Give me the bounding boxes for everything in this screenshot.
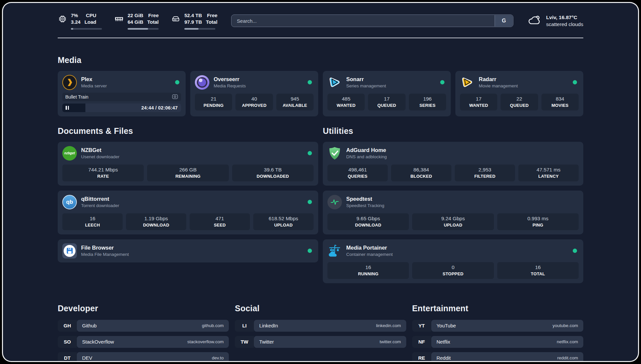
status-indicator xyxy=(573,249,577,253)
qbittorrent-card[interactable]: qb qBittorrent Torrent downloader 16 LEE… xyxy=(58,191,318,234)
bookmark-abbr: SO xyxy=(58,336,77,348)
adguard-icon xyxy=(327,146,342,161)
playback-progress-bar[interactable]: 24:44 / 02:06:47 xyxy=(62,104,181,112)
stat-queries: 498,461 QUERIES xyxy=(327,165,388,181)
plex-card[interactable]: Plex Media server Bullet Train 24:44 / 0… xyxy=(58,71,186,116)
cpu-usage-value: 7% xyxy=(71,12,80,19)
disk-icon xyxy=(171,14,180,23)
qbittorrent-icon: qb xyxy=(62,195,77,209)
status-indicator xyxy=(573,80,577,84)
card-subtitle: Media Requests xyxy=(214,83,246,88)
bookmark-url: dev.to xyxy=(212,355,224,360)
now-playing-row: Bullet Train xyxy=(62,93,181,101)
bookmark-netflix[interactable]: NF Netflix netflix.com xyxy=(412,336,583,348)
stat-rate: 744.21 Mbps RATE xyxy=(62,165,144,181)
stat-upload: 618.52 Mbps UPLOAD xyxy=(253,213,314,230)
utilities-column: Utilities xyxy=(323,126,583,283)
developer-column: Developer GH Github github.com SO StackO… xyxy=(58,304,229,361)
bookmark-url: twitter.com xyxy=(380,339,401,344)
cpu-load-value: 3.24 xyxy=(71,19,80,25)
stat-latency: 47.571 ms LATENCY xyxy=(518,165,579,181)
bookmark-dev[interactable]: DT DEV dev.to xyxy=(58,352,229,361)
bookmark-linkedin[interactable]: LI LinkedIn linkedin.com xyxy=(235,320,406,332)
radarr-card[interactable]: Radarr Movie management 17 WANTED 22 QUE… xyxy=(455,71,583,116)
speedtest-card[interactable]: Speedtest Speedtest Tracking 9.65 Gbps D… xyxy=(323,191,583,234)
bookmark-abbr: GH xyxy=(58,320,77,332)
bookmark-name: YouTube xyxy=(437,323,456,328)
status-indicator xyxy=(308,200,312,204)
disk-total-label: Total xyxy=(206,19,218,25)
bookmark-abbr: DT xyxy=(58,352,77,361)
media-grid: Plex Media server Bullet Train 24:44 / 0… xyxy=(58,71,583,116)
ram-icon xyxy=(114,14,124,23)
ram-progress-fill xyxy=(128,28,148,30)
stat-stopped: 0 STOPPED xyxy=(412,262,494,279)
pause-icon[interactable] xyxy=(66,106,69,110)
radarr-icon xyxy=(460,75,474,90)
stat-filtered: 2,953 FILTERED xyxy=(455,165,515,181)
filebrowser-icon xyxy=(62,244,77,258)
stat-available: 945 AVAILABLE xyxy=(276,94,314,110)
stat-queued: 17 QUEUED xyxy=(368,94,405,110)
weather-location: Lviv, 16.87°C xyxy=(546,14,583,21)
ram-progress-bar xyxy=(128,28,159,30)
documents-column: Documents & Files nzbget NZBGet Usenet d… xyxy=(58,126,318,262)
status-indicator xyxy=(440,80,444,84)
card-subtitle: Movie management xyxy=(479,83,518,88)
bookmark-abbr: NF xyxy=(412,336,431,348)
section-title-social: Social xyxy=(235,304,406,313)
adguard-card[interactable]: AdGuard Home DNS and adblocking 498,461 … xyxy=(323,142,583,186)
bookmark-name: Reddit xyxy=(437,355,451,361)
stat-upload: 9.24 Gbps UPLOAD xyxy=(412,213,494,230)
bookmark-name: Twitter xyxy=(259,339,274,345)
session-info-icon[interactable] xyxy=(172,94,178,99)
bookmark-url: linkedin.com xyxy=(376,323,401,328)
cloud-icon xyxy=(527,14,542,27)
weather-condition: scattered clouds xyxy=(546,21,583,28)
filebrowser-card[interactable]: File Browser Media File Management xyxy=(58,239,318,262)
stat-pending: 21 PENDING xyxy=(195,94,232,110)
stat-queued: 22 QUEUED xyxy=(501,94,538,110)
cpu-label: CPU xyxy=(84,12,96,19)
card-title: Media Portainer xyxy=(346,245,393,251)
portainer-icon xyxy=(327,244,342,258)
now-playing-title: Bullet Train xyxy=(65,94,88,100)
cpu-widget: 7% 3.24 CPU Load xyxy=(58,12,102,30)
ram-total-label: Total xyxy=(147,19,159,25)
speedtest-icon xyxy=(327,195,342,209)
bookmark-youtube[interactable]: YT YouTube youtube.com xyxy=(412,320,583,332)
card-title: Radarr xyxy=(479,76,518,82)
disk-widget: 52.4 TB 97.9 TB Free Total xyxy=(171,12,217,30)
cpu-load-label: Load xyxy=(84,19,96,25)
section-title-utilities: Utilities xyxy=(323,126,583,136)
bookmark-name: Github xyxy=(82,323,97,328)
stat-downloaded: 39.6 TB DOWNLOADED xyxy=(232,165,314,181)
bookmark-abbr: LI xyxy=(235,320,254,332)
search-input[interactable] xyxy=(231,15,513,27)
bookmark-github[interactable]: GH Github github.com xyxy=(58,320,229,332)
bookmark-twitter[interactable]: TW Twitter twitter.com xyxy=(235,336,406,348)
nzbget-card[interactable]: nzbget NZBGet Usenet downloader 744.21 M… xyxy=(58,142,318,186)
cpu-progress-bar xyxy=(71,28,102,30)
bookmark-stackoverflow[interactable]: SO StackOverflow stackoverflow.com xyxy=(58,336,229,348)
bookmark-url: youtube.com xyxy=(553,323,578,328)
overseerr-card[interactable]: Overseerr Media Requests 21 PENDING 40 A… xyxy=(190,71,318,116)
sonarr-card[interactable]: Sonarr Series management 485 WANTED 17 Q… xyxy=(323,71,451,116)
stat-blocked: 86,384 BLOCKED xyxy=(391,165,451,181)
weather-widget[interactable]: Lviv, 16.87°C scattered clouds xyxy=(527,14,583,28)
card-subtitle: DNS and adblocking xyxy=(346,154,387,159)
status-indicator xyxy=(308,151,312,155)
search-bar: G xyxy=(231,15,513,27)
bookmark-name: DEV xyxy=(82,355,92,361)
bookmark-reddit[interactable]: RE Reddit reddit.com xyxy=(412,352,583,361)
section-title-media: Media xyxy=(58,55,583,65)
stat-download: 1.19 Gbps DOWNLOAD xyxy=(126,213,186,230)
search-engine-button[interactable]: G xyxy=(495,15,513,26)
stat-wanted: 17 WANTED xyxy=(460,94,497,110)
card-subtitle: Media server xyxy=(81,83,107,88)
stat-series: 196 SERIES xyxy=(409,94,446,110)
bookmark-url: netflix.com xyxy=(557,339,578,344)
section-title-developer: Developer xyxy=(58,304,229,313)
cpu-icon xyxy=(58,14,67,23)
portainer-card[interactable]: Media Portainer Container management 16 … xyxy=(323,239,583,283)
